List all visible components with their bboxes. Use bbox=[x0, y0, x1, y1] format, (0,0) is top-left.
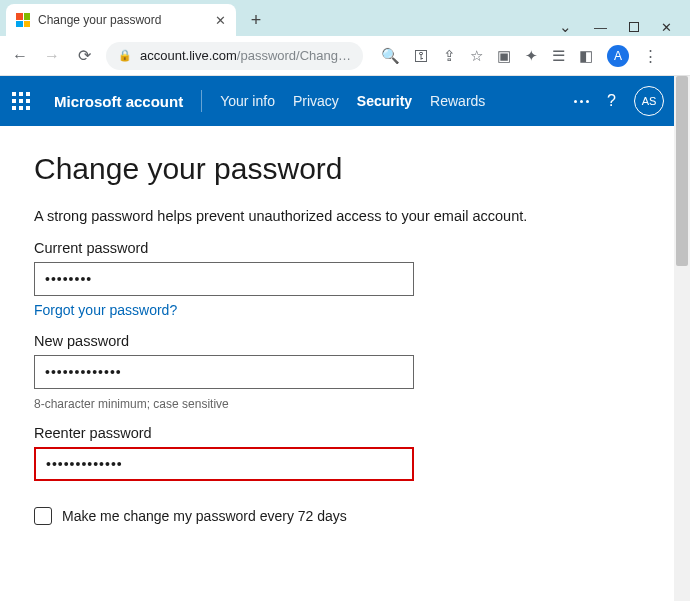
nav-privacy[interactable]: Privacy bbox=[293, 93, 339, 109]
browser-toolbar: ← → ⟳ 🔒 account.live.com/password/Chang…… bbox=[0, 36, 690, 76]
url-text: account.live.com/password/Chang… bbox=[140, 48, 351, 63]
close-window-icon[interactable]: ✕ bbox=[661, 20, 672, 35]
window-titlebar: Change your password ✕ + ⌄ — ✕ bbox=[0, 0, 690, 36]
site-header: Microsoft account Your info Privacy Secu… bbox=[0, 76, 674, 126]
main-content: Change your password A strong password h… bbox=[0, 126, 674, 551]
nav-security[interactable]: Security bbox=[357, 93, 412, 109]
password-hint: 8-character minimum; case sensitive bbox=[34, 397, 640, 411]
current-password-input[interactable]: •••••••• bbox=[34, 262, 414, 296]
tab-title: Change your password bbox=[38, 13, 207, 27]
help-icon[interactable]: ? bbox=[607, 92, 616, 110]
page-title: Change your password bbox=[34, 152, 640, 186]
rotate-password-checkbox[interactable] bbox=[34, 507, 52, 525]
lead-text: A strong password helps prevent unauthor… bbox=[34, 208, 640, 224]
forward-icon[interactable]: → bbox=[42, 47, 62, 65]
reenter-password-label: Reenter password bbox=[34, 425, 640, 441]
search-icon[interactable]: 🔍 bbox=[381, 47, 400, 65]
account-avatar[interactable]: AS bbox=[634, 86, 664, 116]
menu-icon[interactable]: ⋮ bbox=[643, 47, 658, 65]
scrollbar[interactable] bbox=[674, 76, 690, 601]
divider bbox=[201, 90, 202, 112]
side-panel-icon[interactable]: ◧ bbox=[579, 47, 593, 65]
close-tab-icon[interactable]: ✕ bbox=[215, 13, 226, 28]
reenter-password-input[interactable]: ••••••••••••• bbox=[34, 447, 414, 481]
chevron-down-icon[interactable]: ⌄ bbox=[559, 18, 572, 36]
microsoft-favicon bbox=[16, 13, 30, 27]
window-controls: ⌄ — ✕ bbox=[559, 14, 690, 36]
current-password-label: Current password bbox=[34, 240, 640, 256]
address-bar[interactable]: 🔒 account.live.com/password/Chang… bbox=[106, 42, 363, 70]
browser-tab[interactable]: Change your password ✕ bbox=[6, 4, 236, 36]
reload-icon[interactable]: ⟳ bbox=[74, 46, 94, 65]
maximize-icon[interactable] bbox=[629, 22, 639, 32]
new-password-input[interactable]: ••••••••••••• bbox=[34, 355, 414, 389]
more-icon[interactable] bbox=[574, 100, 589, 103]
nav-rewards[interactable]: Rewards bbox=[430, 93, 485, 109]
forgot-password-link[interactable]: Forgot your password? bbox=[34, 302, 177, 318]
profile-avatar[interactable]: A bbox=[607, 45, 629, 67]
nav-your-info[interactable]: Your info bbox=[220, 93, 275, 109]
brand-title[interactable]: Microsoft account bbox=[54, 93, 183, 110]
share-icon[interactable]: ⇪ bbox=[443, 47, 456, 65]
scroll-thumb[interactable] bbox=[676, 76, 688, 266]
app-launcher-icon[interactable] bbox=[12, 92, 30, 110]
rotate-password-label: Make me change my password every 72 days bbox=[62, 508, 347, 524]
extensions-icon[interactable]: ✦ bbox=[525, 47, 538, 65]
lock-icon: 🔒 bbox=[118, 49, 132, 62]
cast-icon[interactable]: ▣ bbox=[497, 47, 511, 65]
reading-list-icon[interactable]: ☰ bbox=[552, 47, 565, 65]
new-password-label: New password bbox=[34, 333, 640, 349]
minimize-icon[interactable]: — bbox=[594, 20, 607, 35]
new-tab-button[interactable]: + bbox=[242, 6, 270, 34]
key-icon[interactable]: ⚿ bbox=[414, 47, 429, 64]
back-icon[interactable]: ← bbox=[10, 47, 30, 65]
bookmark-icon[interactable]: ☆ bbox=[470, 47, 483, 65]
